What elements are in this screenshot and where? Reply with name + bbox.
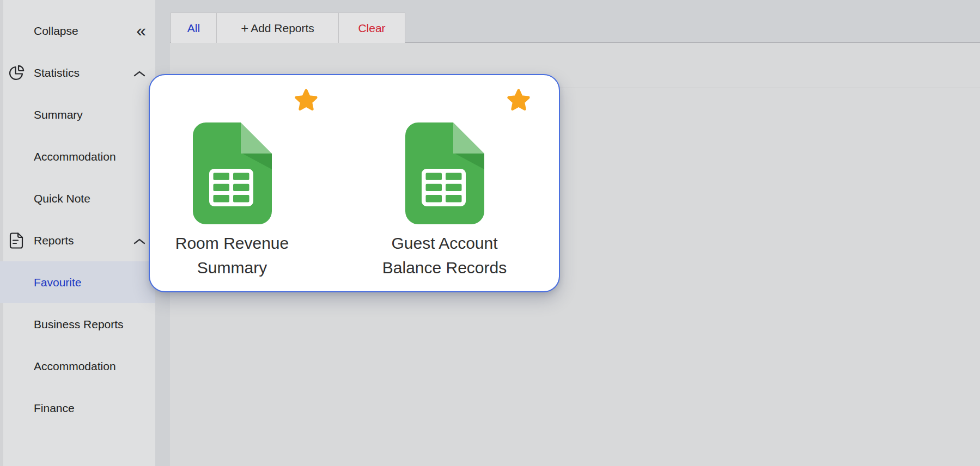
document-icon (8, 232, 25, 249)
sidebar-item-label: Finance (34, 402, 75, 415)
tab-label: Clear (358, 22, 385, 35)
sidebar: Collapse « Statistics Summary Accommodat… (0, 0, 155, 466)
sidebar-item-accommodation-statistics[interactable]: Accommodation (0, 136, 155, 177)
plus-icon: + (241, 21, 248, 36)
clear-button[interactable]: Clear (338, 13, 405, 43)
sidebar-item-label: Business Reports (34, 318, 124, 331)
report-tile-guest-account-balance-records[interactable]: Guest Account Balance Records (362, 75, 527, 291)
tab-group: All + Add Reports Clear (171, 13, 405, 43)
sidebar-item-summary[interactable]: Summary (0, 94, 155, 136)
sidebar-collapse-button[interactable]: Collapse « (0, 10, 155, 52)
spreadsheet-icon (193, 122, 272, 224)
favourite-star-icon[interactable] (294, 89, 318, 112)
sidebar-item-label: Accommodation (34, 150, 116, 163)
sidebar-section-label: Statistics (34, 66, 80, 79)
sidebar-item-favourite[interactable]: Favourite (0, 261, 155, 303)
favourite-star-icon[interactable] (507, 89, 531, 112)
tab-label: All (187, 22, 200, 35)
tab-bar: All + Add Reports Clear (170, 0, 980, 43)
spreadsheet-icon (405, 122, 484, 224)
sidebar-item-label: Accommodation (34, 360, 116, 373)
sidebar-item-quick-note[interactable]: Quick Note (0, 177, 155, 219)
sidebar-section-statistics[interactable]: Statistics (0, 52, 155, 94)
add-reports-button[interactable]: + Add Reports (216, 13, 339, 43)
sidebar-section-reports[interactable]: Reports (0, 219, 155, 261)
report-title: Room Revenue Summary (150, 231, 314, 280)
app-window: Collapse « Statistics Summary Accommodat… (0, 0, 980, 466)
sidebar-item-label: Summary (34, 108, 83, 121)
sidebar-item-accommodation-reports[interactable]: Accommodation (0, 345, 155, 387)
tab-label: Add Reports (251, 22, 314, 35)
tab-all[interactable]: All (171, 13, 217, 43)
report-title: Guest Account Balance Records (362, 231, 527, 280)
chevron-up-icon (133, 66, 145, 79)
sidebar-item-business-reports[interactable]: Business Reports (0, 303, 155, 345)
report-tile-room-revenue-summary[interactable]: Room Revenue Summary (150, 75, 314, 291)
sidebar-item-label: Favourite (34, 276, 82, 289)
collapse-chevrons-icon: « (136, 21, 146, 39)
favourites-popover: Room Revenue Summary Guest (149, 74, 560, 292)
sidebar-item-label: Quick Note (34, 192, 90, 205)
pie-chart-icon (8, 65, 25, 81)
chevron-up-icon (133, 234, 145, 247)
sidebar-section-label: Reports (34, 234, 74, 247)
sidebar-item-finance[interactable]: Finance (0, 387, 155, 429)
collapse-label: Collapse (34, 24, 78, 38)
